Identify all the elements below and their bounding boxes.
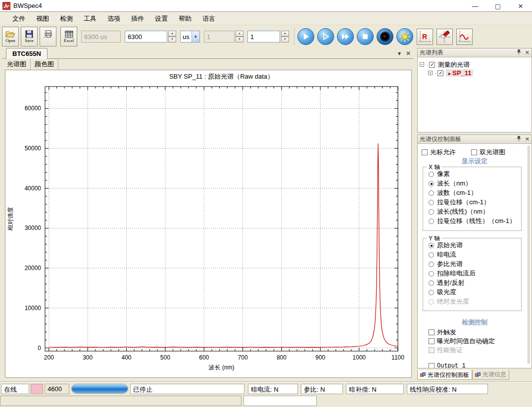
radio-wavelength-linear[interactable]: 波长(线性)（nm）	[429, 207, 489, 216]
item-checkbox[interactable]: ✓	[437, 70, 443, 76]
menu-tools[interactable]: 工具	[78, 12, 102, 25]
radio-icon	[429, 243, 434, 248]
stop-button[interactable]	[357, 28, 374, 45]
cursor-enable-checkbox[interactable]: 光标允许	[422, 148, 456, 157]
integration-time-stepper[interactable]: ▲▼	[168, 31, 176, 43]
svg-text:10000: 10000	[25, 305, 42, 312]
pin-icon[interactable]	[517, 49, 521, 56]
panel-close-icon[interactable]: ✕	[525, 50, 530, 55]
print-button[interactable]	[40, 27, 56, 46]
svg-text:50000: 50000	[25, 145, 42, 152]
fast-acquire-button[interactable]	[337, 28, 354, 45]
panel-window-icon	[420, 372, 426, 377]
document-tabstrip: BTC655N ▾ ✕	[2, 48, 414, 59]
radio-absorbance[interactable]: 吸光度	[429, 288, 456, 297]
counter-field: 4600	[45, 384, 69, 394]
detection-control-heading: 检测控制	[418, 318, 532, 327]
radio-transmission-reflection[interactable]: 透射/反射	[429, 278, 465, 287]
open-button[interactable]: Open	[2, 27, 19, 46]
radio-icon	[429, 290, 434, 295]
svg-text:1100: 1100	[391, 354, 404, 361]
svg-text:1000: 1000	[352, 354, 366, 361]
close-button[interactable]: ✕	[509, 0, 532, 12]
tab-color-view[interactable]: 颜色图	[31, 59, 58, 70]
radio-dark-current[interactable]: 暗电流	[429, 250, 456, 259]
average-input[interactable]	[247, 31, 280, 43]
radio-raman-shift[interactable]: 拉曼位移（cm-1）	[429, 198, 490, 207]
svg-text:400: 400	[122, 354, 132, 361]
tab-spectrum-info[interactable]: 光谱信息	[472, 370, 509, 380]
radio-dark-subtracted[interactable]: 扣除暗电流后	[429, 269, 476, 278]
app-icon	[2, 2, 10, 10]
svg-text:800: 800	[277, 354, 287, 361]
svg-text:0: 0	[38, 345, 41, 352]
toolbar: Open Save Excel ▲▼ us ▼ ▲▼ ▲▼	[0, 25, 532, 48]
menu-file[interactable]: 文件	[7, 12, 31, 25]
average-display-stepper: ▲▼	[236, 31, 243, 43]
radio-wavelength[interactable]: 波长（nm）	[429, 179, 472, 188]
menu-options[interactable]: 选项	[102, 12, 126, 25]
reference-scan-button[interactable]	[396, 28, 413, 45]
menu-acquire[interactable]: 检测	[54, 12, 78, 25]
time-unit-select[interactable]: us ▼	[180, 31, 200, 43]
tree-root-label[interactable]: 测量的光谱	[437, 60, 470, 69]
reference-chart-icon: R	[418, 30, 432, 44]
status-indicator	[31, 384, 43, 394]
menu-view[interactable]: 视图	[31, 12, 54, 25]
dark-current-icon	[379, 31, 391, 43]
spectrum-item-label[interactable]: ►SP_11	[446, 69, 473, 77]
expand-icon[interactable]: +	[428, 71, 433, 75]
menu-help[interactable]: 帮助	[173, 12, 197, 25]
root-checkbox[interactable]: ✓	[429, 62, 435, 68]
dark-scan-button[interactable]	[377, 28, 393, 45]
excel-export-button[interactable]: Excel	[60, 27, 77, 46]
panel-close-icon[interactable]: ✕	[525, 136, 530, 142]
tab-close-icon[interactable]: ✕	[406, 49, 411, 57]
collapse-icon[interactable]: −	[420, 62, 424, 67]
clear-chart-button[interactable]	[436, 29, 453, 45]
radio-icon	[429, 200, 434, 205]
acquire-continuous-button[interactable]	[317, 28, 334, 45]
external-trigger-checkbox[interactable]: 外触发	[429, 328, 456, 337]
radio-icon	[429, 262, 434, 267]
spectrum-view-button[interactable]	[456, 29, 473, 45]
tab-control-panel[interactable]: 光谱仪控制面板	[417, 370, 472, 380]
average-stepper[interactable]: ▲▼	[281, 31, 289, 43]
radio-wavenumber[interactable]: 波数（cm-1）	[429, 188, 477, 197]
tab-btc655n[interactable]: BTC655N	[6, 48, 48, 59]
tab-list-dropdown-icon[interactable]: ▾	[398, 49, 401, 57]
menu-bar: 文件 视图 检测 工具 选项 插件 设置 帮助 语言	[0, 12, 532, 25]
excel-table-icon	[65, 31, 73, 38]
save-button[interactable]: Save	[21, 27, 38, 46]
integration-time-input[interactable]	[125, 31, 167, 43]
svg-text:600: 600	[199, 354, 209, 361]
tree-item-row[interactable]: + · ✓ ►SP_11	[420, 69, 530, 77]
acquire-once-button[interactable]	[297, 28, 314, 45]
maximize-button[interactable]: ▢	[486, 0, 509, 12]
radio-reference-spectrum[interactable]: 参比光谱	[429, 260, 463, 269]
menu-settings[interactable]: 设置	[149, 12, 173, 25]
integration-time-display	[81, 31, 121, 43]
linearity-status: 线性响应校准: N	[407, 384, 488, 394]
svg-text:700: 700	[238, 354, 248, 361]
progress-bar	[71, 384, 128, 394]
tree-root-row[interactable]: − · ✓ 测量的光谱	[420, 60, 530, 69]
radio-raw-spectrum[interactable]: 原始光谱	[429, 241, 463, 250]
svg-text:SBY SP_11 : 原始光谱（Raw data）: SBY SP_11 : 原始光谱（Raw data）	[169, 73, 274, 80]
tab-spectrum-view[interactable]: 光谱图	[3, 59, 31, 70]
radio-pixel[interactable]: 像素	[429, 170, 450, 179]
output1-checkbox[interactable]: Output 1	[429, 362, 466, 368]
menu-language[interactable]: 语言	[197, 12, 221, 25]
radio-raman-shift-linear[interactable]: 拉曼位移（线性）（cm-1）	[429, 217, 516, 226]
pin-icon[interactable]	[517, 136, 521, 142]
minimize-button[interactable]: —	[464, 0, 486, 12]
chevron-down-icon: ▼	[192, 31, 199, 42]
radio-icon	[429, 299, 434, 305]
reference-chart-button[interactable]: R	[417, 29, 433, 45]
dual-spectrum-checkbox[interactable]: 双光谱图	[471, 148, 505, 157]
floppy-disk-icon	[25, 30, 33, 38]
menu-plugins[interactable]: 插件	[126, 12, 149, 25]
right-column: 光谱列表 ✕ − · ✓ 测量的光谱 + · ✓ ►SP_11	[417, 48, 532, 381]
auto-exposure-checkbox[interactable]: 曝光时间值自动确定	[429, 337, 495, 346]
scrollbar[interactable]	[528, 146, 530, 363]
